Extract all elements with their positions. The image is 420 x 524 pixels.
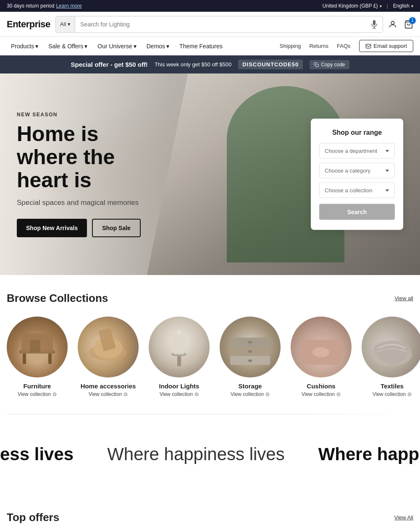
hero-buttons: Shop New Arrivals Shop Sale bbox=[17, 219, 160, 237]
language-label: English bbox=[393, 3, 410, 9]
promo-title: Special offer - get $50 off! bbox=[71, 61, 148, 68]
furniture-link[interactable]: View collection ⊙ bbox=[18, 391, 57, 397]
collection-item-lights[interactable]: Indoor Lights View collection ⊙ bbox=[149, 317, 210, 397]
svg-point-3 bbox=[391, 21, 394, 24]
hero-content: NEW SEASON Home is where the heart is Sp… bbox=[0, 112, 176, 237]
copy-code-button[interactable]: Copy code bbox=[310, 60, 349, 69]
svg-rect-23 bbox=[248, 350, 252, 353]
promo-description: This week only get $50 off $500 bbox=[155, 61, 231, 68]
nav-item-sale[interactable]: Sale & Offers ▾ bbox=[44, 37, 92, 55]
search-category-selector[interactable]: All ▾ bbox=[56, 16, 75, 32]
microphone-icon[interactable] bbox=[366, 16, 383, 32]
cart-badge: 1 bbox=[409, 17, 416, 24]
collection-item-accessories[interactable]: Home accessories View collection ⊙ bbox=[78, 317, 139, 397]
browse-collections-section: Browse Collections View all Furniture Vi… bbox=[0, 275, 420, 414]
svg-point-27 bbox=[312, 347, 329, 357]
universe-chevron-icon: ▾ bbox=[134, 43, 136, 50]
lights-name: Indoor Lights bbox=[159, 383, 200, 390]
svg-rect-6 bbox=[316, 64, 319, 67]
collection-item-cushions[interactable]: Cushions View collection ⊙ bbox=[291, 317, 352, 397]
offers-view-all[interactable]: View All bbox=[394, 514, 413, 521]
storage-name: Storage bbox=[239, 383, 262, 390]
nav-item-universe[interactable]: Our Universe ▾ bbox=[93, 37, 140, 55]
collection-item-storage[interactable]: Storage View collection ⊙ bbox=[220, 317, 281, 397]
marquee-track: ess lives Where happiness lives Where ha… bbox=[0, 435, 420, 473]
collection-select[interactable]: Choose a collection bbox=[319, 183, 395, 198]
shop-range-widget: Shop our range Choose a department Choos… bbox=[311, 119, 403, 230]
cushions-circle-image bbox=[291, 317, 352, 377]
marquee-section: ess lives Where happiness lives Where ha… bbox=[0, 414, 420, 494]
learn-more-link[interactable]: Learn more bbox=[56, 3, 81, 9]
nav-link-shipping[interactable]: Shipping bbox=[280, 43, 301, 49]
region-lang: United Kingdom (GBP £) ▾ | English ▾ bbox=[323, 3, 413, 9]
furniture-circle-image bbox=[7, 317, 68, 377]
header: Enterprise All ▾ bbox=[0, 12, 420, 37]
search-category-label: All bbox=[60, 21, 66, 27]
copy-icon bbox=[314, 62, 319, 67]
shop-new-arrivals-button[interactable]: Shop New Arrivals bbox=[17, 219, 87, 237]
shop-sale-button[interactable]: Shop Sale bbox=[92, 219, 141, 237]
collections-view-all[interactable]: View all bbox=[394, 295, 413, 301]
cart-icon[interactable]: 1 bbox=[404, 20, 413, 29]
svg-rect-9 bbox=[23, 354, 26, 364]
nav-right: Shipping Returns FAQs Email support bbox=[280, 40, 413, 52]
textiles-link[interactable]: View collection ⊙ bbox=[373, 391, 412, 397]
category-select[interactable]: Choose a category bbox=[319, 163, 395, 178]
logo[interactable]: Enterprise bbox=[7, 19, 50, 30]
region-selector[interactable]: United Kingdom (GBP £) ▾ bbox=[323, 3, 382, 9]
nav-item-products[interactable]: Products ▾ bbox=[7, 37, 42, 55]
collections-grid: Furniture View collection ⊙ Home accesso… bbox=[7, 317, 413, 397]
collections-header: Browse Collections View all bbox=[7, 292, 413, 305]
textiles-name: Textiles bbox=[381, 383, 404, 390]
collection-item-furniture[interactable]: Furniture View collection ⊙ bbox=[7, 317, 68, 397]
nav-item-demos[interactable]: Demos ▾ bbox=[142, 37, 173, 55]
region-label: United Kingdom (GBP £) bbox=[323, 3, 378, 9]
svg-rect-22 bbox=[248, 341, 252, 343]
textiles-arrow-icon: ⊙ bbox=[407, 391, 412, 397]
products-chevron-icon: ▾ bbox=[35, 43, 38, 50]
department-select[interactable]: Choose a department bbox=[319, 143, 395, 159]
hero-title: Home is where the heart is bbox=[17, 123, 160, 192]
accessories-arrow-icon: ⊙ bbox=[123, 391, 128, 397]
header-icons: 1 bbox=[388, 20, 413, 29]
return-text: 30 days return period bbox=[7, 3, 54, 9]
divider: | bbox=[387, 3, 388, 9]
demos-chevron-icon: ▾ bbox=[166, 43, 169, 50]
nav-item-theme[interactable]: Theme Features bbox=[175, 37, 227, 55]
sale-chevron-icon: ▾ bbox=[84, 43, 87, 50]
svg-rect-24 bbox=[248, 359, 252, 362]
region-chevron-icon: ▾ bbox=[380, 4, 382, 8]
svg-rect-11 bbox=[30, 340, 40, 352]
range-search-button[interactable]: Search bbox=[319, 204, 395, 220]
email-support-button[interactable]: Email support bbox=[359, 40, 413, 52]
nav-link-returns[interactable]: Returns bbox=[309, 43, 328, 49]
storage-link[interactable]: View collection ⊙ bbox=[231, 391, 270, 397]
collection-item-textiles[interactable]: Textiles View collection ⊙ bbox=[362, 317, 420, 397]
hero-tag: NEW SEASON bbox=[17, 112, 160, 118]
nav-left: Products ▾ Sale & Offers ▾ Our Universe … bbox=[7, 37, 227, 55]
lights-arrow-icon: ⊙ bbox=[194, 391, 199, 397]
hero-subtitle: Special spaces and magical memories bbox=[17, 199, 160, 207]
accessories-link[interactable]: View collection ⊙ bbox=[89, 391, 128, 397]
email-icon bbox=[365, 43, 371, 49]
svg-point-17 bbox=[177, 331, 181, 334]
hero-section: NEW SEASON Home is where the heart is Sp… bbox=[0, 73, 420, 275]
top-bar: 30 days return period Learn more United … bbox=[0, 0, 420, 12]
furniture-name: Furniture bbox=[24, 383, 51, 390]
offers-header: Top offers View All bbox=[7, 511, 413, 524]
search-input[interactable] bbox=[75, 16, 366, 32]
lang-chevron-icon: ▾ bbox=[411, 4, 413, 8]
nav-link-faqs[interactable]: FAQs bbox=[337, 43, 351, 49]
cushions-link[interactable]: View collection ⊙ bbox=[302, 391, 341, 397]
account-icon[interactable] bbox=[388, 20, 397, 29]
svg-rect-5 bbox=[366, 44, 371, 48]
return-policy: 30 days return period Learn more bbox=[7, 3, 82, 9]
storage-arrow-icon: ⊙ bbox=[265, 391, 270, 397]
language-selector[interactable]: English ▾ bbox=[393, 3, 413, 9]
cushions-arrow-icon: ⊙ bbox=[336, 391, 341, 397]
accessories-circle-image bbox=[78, 317, 139, 377]
cushions-name: Cushions bbox=[307, 383, 335, 390]
lights-link[interactable]: View collection ⊙ bbox=[160, 391, 199, 397]
search-bar: All ▾ bbox=[55, 16, 383, 33]
lights-circle-image bbox=[149, 317, 210, 377]
